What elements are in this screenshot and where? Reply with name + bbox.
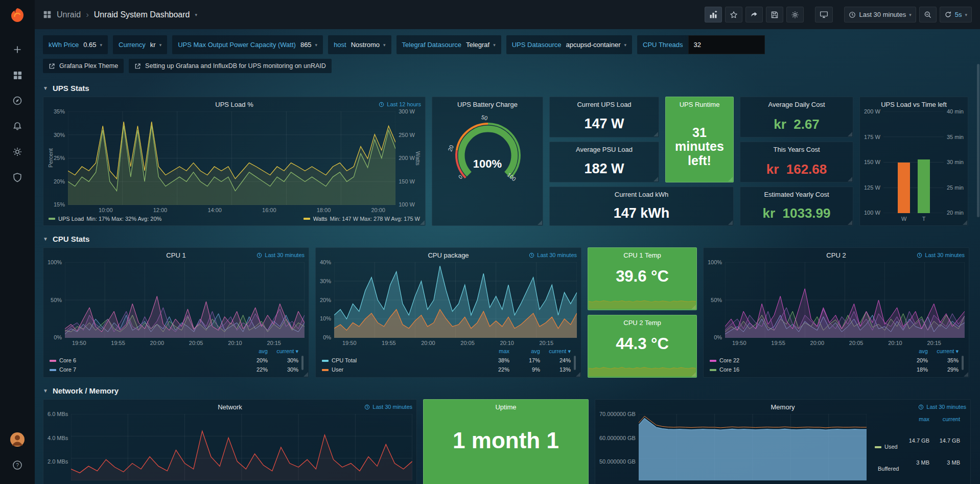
chevron-down-icon: ▾ [383, 42, 386, 48]
legend-col-header: current ▾ [931, 347, 960, 356]
variable-value[interactable]: kr▾ [150, 41, 161, 49]
zoom-out-button[interactable] [919, 7, 937, 22]
panel-title[interactable]: Uptime [495, 403, 516, 411]
add-panel-button[interactable] [705, 7, 722, 22]
user-avatar[interactable] [6, 428, 29, 451]
cycle-view-tv-button[interactable] [815, 7, 833, 22]
server-admin-shield-icon[interactable] [6, 166, 29, 189]
panel-ups-runtime: UPS Runtime 31 minutes left! [665, 97, 734, 182]
alerting-bell-icon[interactable] [6, 114, 29, 138]
legend-series[interactable]: Used [874, 436, 900, 457]
legend-series-watts[interactable]: WattsMin: 147 W Max: 278 W Avg: 175 W [304, 216, 420, 222]
legend-series[interactable]: Core 6 [49, 356, 238, 365]
panel-title[interactable]: This Years Cost [773, 146, 820, 153]
row-header-network-memory[interactable]: ▼Network / Memory [43, 383, 972, 398]
legend-series[interactable]: CPU Total [321, 356, 480, 365]
variable-currency[interactable]: Currencykr▾ [113, 35, 167, 54]
cpu2-chart[interactable] [725, 262, 965, 338]
link-grafana-plex-theme[interactable]: Grafana Plex Theme [43, 59, 124, 73]
panel-title[interactable]: UPS Load % [215, 101, 253, 108]
variable-value[interactable]: 865▾ [300, 41, 317, 49]
stat-value: 39.6 °C [588, 267, 696, 286]
chart-legend: maxavgcurrent ▾CPU Total38%17%24%User22%… [320, 346, 577, 375]
configuration-gear-icon[interactable] [6, 140, 29, 164]
legend-series[interactable]: Core 16 [709, 365, 898, 374]
cpu1-chart[interactable] [65, 262, 305, 338]
axis-tick: 10% [320, 316, 331, 321]
title-caret-icon[interactable]: ▾ [195, 12, 197, 17]
axis-tick: 0% [714, 335, 722, 340]
panel-title[interactable]: UPS Load vs Time left [881, 101, 947, 108]
variable-ups-max-output[interactable]: UPS Max Output Power Capacity (Watt)865▾ [172, 35, 323, 54]
y-axis: 35%30%25%20%15% [54, 109, 68, 208]
y2-axis-label: Watts [415, 111, 421, 205]
legend-series[interactable]: Buffered [874, 458, 900, 479]
svg-text:?: ? [16, 463, 19, 468]
panel-title[interactable]: UPS Battery Charge [457, 101, 518, 108]
legend-scrollbar[interactable] [574, 356, 576, 370]
variable-telegraf-datasource[interactable]: Telegraf DatasourceTelegraf▾ [396, 35, 501, 54]
grafana-logo-icon[interactable] [8, 6, 27, 25]
page-scrollbar-thumb[interactable] [977, 64, 979, 217]
row-header-cpu-stats[interactable]: ▼CPU Stats [43, 231, 972, 246]
refresh-icon [944, 11, 952, 18]
save-dashboard-button[interactable] [766, 7, 783, 22]
star-dashboard-button[interactable] [725, 7, 742, 22]
panel-title[interactable]: UPS Runtime [680, 101, 720, 108]
dashboard-settings-button[interactable] [786, 7, 804, 22]
axis-tick: 150 W [864, 159, 880, 165]
dashboard-title[interactable]: Unraid System Dashboard [94, 10, 190, 19]
variable-value[interactable]: Nostromo▾ [351, 41, 386, 49]
panel-title[interactable]: CPU 1 Temp [623, 251, 661, 259]
panel-title[interactable]: Estimated Yearly Cost [764, 191, 829, 198]
panel-network: Network Last 30 minutes 6.0 MBs4.0 MBs2.… [43, 399, 417, 484]
variable-label: UPS Datasource [512, 41, 562, 49]
legend-scrollbar[interactable] [301, 356, 304, 370]
explore-compass-icon[interactable] [6, 89, 29, 112]
legend-series[interactable]: Core 22 [709, 356, 898, 365]
time-range-picker[interactable]: Last 30 minutes ▾ [844, 7, 916, 22]
ups-bar-chart[interactable]: WT [883, 111, 944, 213]
cpu-package-chart[interactable] [334, 262, 577, 338]
dashboards-icon[interactable] [6, 63, 29, 87]
row-header-ups-stats[interactable]: ▼UPS Stats [43, 80, 972, 96]
variable-host[interactable]: hostNostromo▾ [328, 35, 391, 54]
variable-ups-datasource[interactable]: UPS Datasourceapcupsd-container▾ [506, 35, 632, 54]
share-dashboard-button[interactable] [745, 7, 763, 22]
panel-title[interactable]: Current Load kWh [615, 191, 669, 198]
variable-label: Currency [119, 41, 146, 49]
variable-value[interactable]: apcupsd-container▾ [566, 41, 627, 49]
panel-time-range: Last 30 minutes [364, 400, 412, 414]
panel-title[interactable]: CPU package [428, 251, 469, 259]
stat-value: 31 minutes left! [666, 111, 733, 182]
panel-title[interactable]: CPU 2 Temp [623, 319, 661, 327]
legend-series[interactable]: Core 7 [49, 365, 238, 374]
panel-title[interactable]: CPU 1 [166, 251, 185, 259]
panel-title[interactable]: Current UPS Load [577, 101, 631, 108]
axis-tick: 20:05 [849, 340, 864, 346]
legend-value: 17% [512, 356, 541, 365]
legend-scrollbar[interactable] [962, 356, 964, 370]
panel-title[interactable]: Network [218, 403, 242, 411]
breadcrumb-app[interactable]: Unraid [57, 10, 81, 19]
create-plus-icon[interactable] [6, 38, 29, 61]
cpu-threads-input[interactable] [688, 35, 765, 54]
axis-tick: 175 W [864, 134, 880, 140]
axis-tick: 25 min [947, 185, 964, 191]
panel-title[interactable]: Memory [771, 403, 795, 411]
variable-value[interactable]: Telegraf▾ [466, 41, 496, 49]
refresh-picker[interactable]: 5s ▾ [940, 7, 972, 22]
panel-title[interactable]: CPU 2 [826, 251, 846, 259]
variable-value[interactable]: 0.65▾ [83, 41, 102, 49]
legend-series-ups-load[interactable]: UPS LoadMin: 17% Max: 32% Avg: 20% [49, 216, 161, 222]
panel-title[interactable]: Average Daily Cost [768, 101, 825, 108]
link-ups-monitoring-guide[interactable]: Setting up Grafana and InfluxDB for UPS … [129, 59, 332, 73]
cpu-temp-group: CPU 1 Temp 39.6 °C CPU 2 Temp 44.3 °C [588, 247, 697, 378]
legend-series[interactable]: User [321, 365, 480, 374]
variable-kwh-price[interactable]: kWh Price0.65▾ [43, 35, 108, 54]
network-chart[interactable] [71, 414, 412, 480]
ups-load-chart[interactable] [68, 111, 395, 205]
panel-title[interactable]: Average PSU Load [576, 146, 633, 153]
help-icon[interactable]: ? [6, 453, 29, 477]
memory-chart[interactable] [639, 414, 867, 480]
